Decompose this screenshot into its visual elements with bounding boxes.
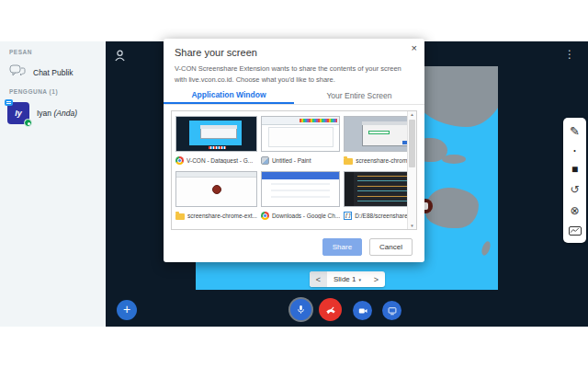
scroll-up-icon[interactable]: ▲ (410, 112, 413, 117)
thumb-art (271, 183, 330, 201)
messages-header: PESAN (9, 49, 106, 55)
thumb-art (268, 127, 334, 146)
microphone-icon (295, 304, 307, 316)
app-window: PESAN Chat Publik PENGGUNA (1) Iy Iyan (… (0, 0, 588, 368)
thumb-art (300, 119, 337, 122)
tile-label-text: screenshare-chrome-ext... (187, 213, 257, 219)
dialog-title: Share your screen (175, 47, 257, 58)
user-name-text: Iyan (37, 109, 51, 118)
tile-label: Downloads - Google Ch... (261, 209, 340, 222)
user-name-suffix: (Anda) (53, 109, 77, 118)
dialog-tabs: Application Window Your Entire Screen (164, 86, 424, 105)
screen-icon (387, 305, 398, 316)
close-icon[interactable]: × (412, 42, 417, 53)
scroll-down-icon[interactable]: ▼ (410, 224, 413, 228)
chat-badge-icon (5, 99, 13, 106)
clear-annotations-icon[interactable]: ⊗ (570, 205, 579, 216)
annotation-toolbar: ✎ • ■ ↺ ⊗ (563, 118, 586, 243)
tile-label: screenshare-chrome-ext... (175, 209, 257, 222)
pencil-tool-icon[interactable]: ✎ (570, 125, 580, 137)
map-landmass (442, 155, 466, 164)
paint-icon (261, 156, 269, 165)
chrome-icon (261, 212, 269, 220)
brush-size-dot-icon[interactable]: • (573, 147, 575, 154)
sidebar-item-label: Chat Publik (33, 68, 73, 77)
window-tile-paint[interactable]: Untitled - Paint (261, 116, 340, 169)
phone-hangup-icon (324, 304, 337, 316)
overflow-menu-icon[interactable]: ⋮ (564, 49, 575, 60)
slide-label: Slide 1 (334, 275, 356, 283)
tile-label: Untitled - Paint (261, 154, 340, 167)
code-editor-icon: [] (344, 212, 352, 220)
sidebar-item-public-chat[interactable]: Chat Publik (9, 64, 106, 81)
tile-label-text: V-CON - Dataquest - G... (187, 157, 253, 164)
window-grid: V-CON - Dataquest - G... Untitled - Pain… (172, 111, 407, 229)
scrollbar[interactable]: ▲ ▼ (407, 111, 416, 229)
thumb-art (176, 172, 256, 178)
map-landmass (425, 188, 479, 228)
folder-icon (175, 213, 185, 220)
color-swatch-icon[interactable]: ■ (571, 164, 578, 175)
thumb-art (212, 185, 221, 194)
sidebar: PESAN Chat Publik PENGGUNA (1) Iy Iyan (… (0, 41, 106, 327)
window-thumbnail[interactable] (261, 116, 340, 152)
tile-label: V-CON - Dataquest - G... (175, 154, 257, 167)
thumb-art (345, 172, 354, 206)
share-button[interactable]: Share (322, 238, 362, 256)
tab-entire-screen[interactable]: Your Entire Screen (294, 86, 424, 104)
window-tile-vcon[interactable]: V-CON - Dataquest - G... (175, 116, 257, 169)
chevron-down-icon: ▾ (358, 277, 361, 282)
avatar: Iy (7, 102, 29, 124)
add-content-button[interactable]: + (117, 300, 137, 320)
user-name: Iyan (Anda) (37, 109, 77, 118)
window-tile-downloads[interactable]: Downloads - Google Ch... (261, 171, 340, 224)
thumb-art (209, 146, 226, 149)
person-icon (113, 49, 127, 66)
slide-navigation: < Slide 1 ▾ > (310, 271, 385, 287)
window-tile-explorer[interactable]: screenshare-chrome-ext... (175, 171, 257, 224)
window-picker-area: V-CON - Dataquest - G... Untitled - Pain… (171, 110, 417, 230)
tab-application-window[interactable]: Application Window (164, 86, 294, 104)
scrollbar-thumb[interactable] (409, 120, 415, 167)
camera-icon (357, 305, 368, 316)
undo-icon[interactable]: ↺ (570, 184, 579, 195)
next-slide-button[interactable]: > (368, 271, 385, 287)
dialog-footer: Share Cancel (322, 238, 413, 256)
slide-select-dropdown[interactable]: Slide 1 ▾ (327, 271, 368, 287)
tile-label-text: Downloads - Google Ch... (272, 213, 340, 219)
users-header: PENGGUNA (1) (9, 88, 106, 95)
presenter-badge-icon (24, 119, 32, 127)
user-list-item[interactable]: Iy Iyan (Anda) (7, 102, 106, 124)
thumb-art (200, 125, 237, 129)
thumb-art (368, 131, 390, 134)
tile-label-text: Untitled - Paint (272, 157, 311, 164)
folder-icon (344, 158, 353, 165)
window-thumbnail[interactable] (175, 116, 257, 152)
prev-slide-button[interactable]: < (310, 271, 327, 287)
share-screen-dialog: × Share your screen V-CON Screenshare Ex… (164, 39, 424, 262)
screenshare-button[interactable] (382, 301, 401, 320)
camera-button[interactable] (353, 301, 372, 320)
line-tool-icon[interactable] (569, 226, 582, 236)
thumb-art (262, 172, 339, 179)
hangup-button[interactable] (319, 298, 342, 321)
window-thumbnail[interactable] (175, 171, 257, 207)
avatar-initials: Iy (15, 109, 22, 118)
chat-bubbles-icon (9, 64, 26, 81)
window-thumbnail[interactable] (261, 171, 340, 207)
microphone-button[interactable] (290, 299, 311, 320)
cancel-button[interactable]: Cancel (369, 238, 413, 256)
chrome-icon (175, 156, 184, 165)
map-landmass (481, 240, 492, 257)
dialog-description: V-CON Screenshare Extension wants to sha… (175, 63, 415, 85)
